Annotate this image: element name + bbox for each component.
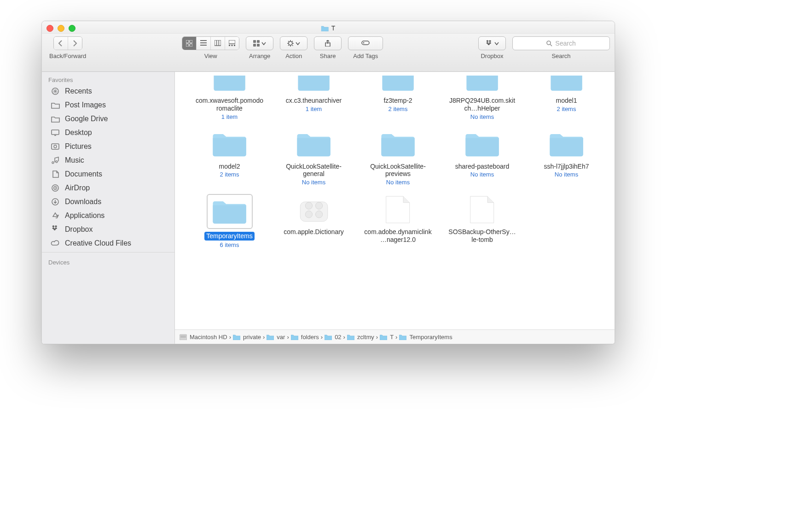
file-item[interactable]: com.apple.Dictionary <box>273 192 354 250</box>
file-item[interactable]: fz3temp-22 items <box>357 72 439 122</box>
add-tags-button[interactable] <box>348 36 383 50</box>
path-segment[interactable]: TemporaryItems <box>399 334 452 341</box>
sidebar-item-airdrop[interactable]: AirDrop <box>42 181 174 195</box>
arrange-group: Arrange <box>246 36 273 59</box>
folder-icon <box>293 129 335 160</box>
desktop-icon <box>50 129 60 137</box>
file-name: shared-pasteboard <box>455 163 510 170</box>
folder-icon <box>293 74 335 94</box>
sidebar-item-post-images[interactable]: Post Images <box>42 98 174 112</box>
view-icon-button[interactable] <box>182 37 197 50</box>
sidebar-item-label: Pictures <box>65 142 92 151</box>
tags-group: Add Tags <box>348 36 383 59</box>
sidebar: Favorites RecentsPost ImagesGoogle Drive… <box>42 72 175 344</box>
path-segment[interactable]: folders <box>291 334 319 341</box>
path-label: T <box>390 334 394 341</box>
file-item[interactable]: cx.c3.theunarchiver1 item <box>273 72 354 122</box>
icon-grid[interactable]: com.xwavesoft.pomodoromaclite1 itemcx.c3… <box>175 72 615 329</box>
sidebar-item-label: Recents <box>65 87 92 95</box>
sidebar-item-music[interactable]: Music <box>42 153 174 167</box>
path-segment[interactable]: 02 <box>325 334 341 341</box>
sidebar-item-desktop[interactable]: Desktop <box>42 126 174 140</box>
share-label: Share <box>320 53 336 59</box>
file-name: cx.c3.theunarchiver <box>286 97 342 105</box>
file-name: model1 <box>556 97 577 105</box>
back-button[interactable] <box>54 37 68 50</box>
gear-icon <box>287 40 294 47</box>
search-label: Search <box>551 53 570 59</box>
search-field[interactable]: Search <box>512 36 610 50</box>
view-list-button[interactable] <box>197 37 211 50</box>
chevron-right-icon: › <box>321 334 323 341</box>
file-item[interactable]: com.adobe.dynamiclink…nager12.0 <box>357 192 439 250</box>
file-item[interactable]: TemporaryItems6 items <box>189 192 270 250</box>
share-icon <box>325 40 331 47</box>
path-segment[interactable]: zcltmy <box>347 334 374 341</box>
view-column-button[interactable] <box>211 37 225 50</box>
file-item[interactable]: model22 items <box>189 127 270 188</box>
action-label: Action <box>285 53 302 59</box>
path-segment[interactable]: var <box>267 334 285 341</box>
path-label: var <box>277 334 285 341</box>
dropbox-label: Dropbox <box>481 53 503 59</box>
view-gallery-button[interactable] <box>225 37 239 50</box>
folder-icon <box>325 334 332 340</box>
sidebar-item-documents[interactable]: Documents <box>42 167 174 181</box>
downloads-icon <box>50 198 60 206</box>
share-button[interactable] <box>314 36 342 50</box>
file-item[interactable]: model12 items <box>526 72 607 122</box>
folder-icon <box>209 74 251 94</box>
pictures-icon <box>50 142 60 151</box>
action-button[interactable] <box>280 36 307 50</box>
toolbar: Back/Forward View Arrange <box>42 34 615 72</box>
chevron-right-icon: › <box>229 334 231 341</box>
folder-icon <box>461 129 504 160</box>
folder-icon <box>347 334 354 340</box>
file-item[interactable]: J8RPQ294UB.com.skitch…hHelperNo items <box>441 72 523 122</box>
arrange-button[interactable] <box>246 36 273 50</box>
sidebar-item-label: Desktop <box>65 129 92 137</box>
minimize-button[interactable] <box>58 25 64 32</box>
dropbox-button[interactable] <box>478 36 506 50</box>
path-segment[interactable]: T <box>380 334 394 341</box>
dropbox-group: Dropbox <box>478 36 506 59</box>
view-group: View <box>182 36 239 59</box>
path-segment[interactable]: Macintosh HD <box>180 334 227 341</box>
chevron-down-icon <box>296 41 300 46</box>
sidebar-item-recents[interactable]: Recents <box>42 84 174 98</box>
file-name: com.apple.Dictionary <box>284 228 344 236</box>
file-item[interactable]: QuickLookSatellite-previewsNo items <box>357 127 439 188</box>
zoom-button[interactable] <box>69 25 75 32</box>
file-item[interactable]: com.xwavesoft.pomodoromaclite1 item <box>189 72 270 122</box>
path-label: Macintosh HD <box>190 334 227 341</box>
action-group: Action <box>280 36 307 59</box>
file-name: com.xwavesoft.pomodoromaclite <box>195 97 264 112</box>
sidebar-section-favorites: Favorites <box>42 72 174 84</box>
file-item[interactable]: ssh-l7jjlp3ihEh7No items <box>526 127 607 188</box>
sidebar-item-label: Google Drive <box>65 115 108 123</box>
folder-icon <box>291 334 298 340</box>
sidebar-item-creative-cloud-files[interactable]: Creative Cloud Files <box>42 236 174 250</box>
sidebar-item-downloads[interactable]: Downloads <box>42 195 174 209</box>
file-name: com.adobe.dynamiclink…nager12.0 <box>364 228 433 244</box>
sidebar-item-applications[interactable]: Applications <box>42 209 174 223</box>
sidebar-item-pictures[interactable]: Pictures <box>42 140 174 153</box>
sidebar-item-label: Dropbox <box>65 225 93 234</box>
file-item[interactable]: QuickLookSatellite-generalNo items <box>273 127 354 188</box>
file-item[interactable]: SOSBackup-OtherSy…le-tomb <box>441 192 523 250</box>
file-item[interactable]: shared-pasteboardNo items <box>441 127 523 188</box>
file-meta: 1 item <box>306 106 322 112</box>
creative-cloud-icon <box>50 239 60 247</box>
file-name: J8RPQ294UB.com.skitch…hHelper <box>448 97 517 112</box>
sidebar-item-google-drive[interactable]: Google Drive <box>42 112 174 126</box>
chevron-right-icon: › <box>376 334 378 341</box>
close-button[interactable] <box>46 25 53 32</box>
forward-button[interactable] <box>68 37 82 50</box>
icon-view: com.xwavesoft.pomodoromaclite1 itemcx.c3… <box>175 72 615 344</box>
path-segment[interactable]: private <box>233 334 261 341</box>
chevron-right-icon: › <box>287 334 289 341</box>
file-name: TemporaryItems <box>204 232 254 241</box>
file-meta: 2 items <box>389 106 408 112</box>
sidebar-item-dropbox[interactable]: Dropbox <box>42 223 174 236</box>
folder-icon <box>545 74 588 94</box>
